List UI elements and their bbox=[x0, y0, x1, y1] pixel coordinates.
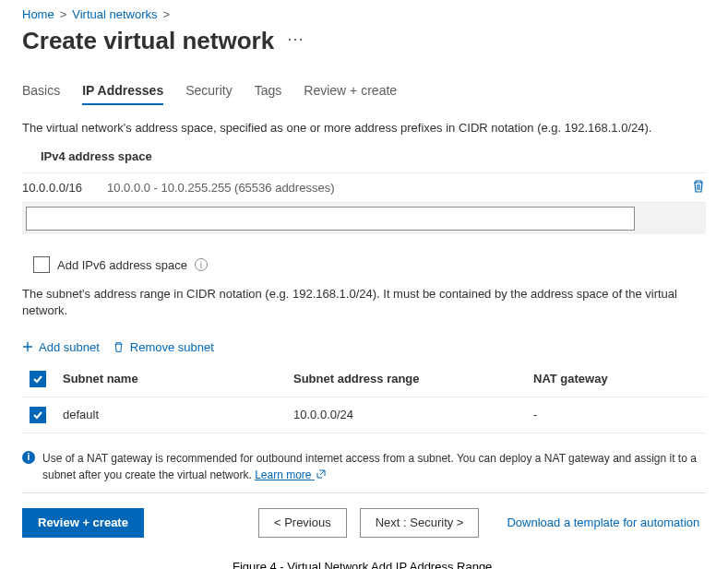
tab-ip-addresses[interactable]: IP Addresses bbox=[82, 83, 163, 105]
figure-caption: Figure 4 - Virtual Network Add IP Addres… bbox=[22, 560, 706, 569]
page-title: Create virtual network bbox=[22, 27, 274, 55]
select-all-checkbox[interactable] bbox=[30, 371, 46, 387]
tab-basics[interactable]: Basics bbox=[22, 83, 60, 105]
col-nat-gateway: NAT gateway bbox=[526, 362, 706, 397]
footer: Review + create < Previous Next : Securi… bbox=[22, 508, 706, 538]
col-subnet-range: Subnet address range bbox=[286, 362, 526, 397]
breadcrumb-sep: > bbox=[163, 7, 171, 21]
info-banner-text: Use of a NAT gateway is recommended for … bbox=[42, 452, 697, 481]
next-button[interactable]: Next : Security > bbox=[360, 508, 480, 538]
table-row[interactable]: default 10.0.0.0/24 - bbox=[22, 397, 706, 433]
ipv4-address-row: 10.0.0.0/16 10.0.0.0 - 10.0.255.255 (655… bbox=[22, 172, 706, 203]
remove-subnet-label: Remove subnet bbox=[130, 340, 214, 354]
subnet-name-cell: default bbox=[55, 397, 286, 433]
external-link-icon bbox=[316, 469, 326, 479]
breadcrumb-sep: > bbox=[60, 7, 67, 21]
remove-subnet-button[interactable]: Remove subnet bbox=[113, 340, 214, 354]
divider bbox=[22, 492, 706, 493]
svg-text:i: i bbox=[28, 452, 30, 462]
tab-security[interactable]: Security bbox=[185, 83, 233, 105]
info-banner: i Use of a NAT gateway is recommended fo… bbox=[22, 450, 706, 483]
more-menu-button[interactable]: ⋯ bbox=[287, 29, 304, 54]
ipv4-cidr-value: 10.0.0.0/16 bbox=[22, 181, 107, 195]
breadcrumb: Home > Virtual networks > bbox=[22, 7, 706, 21]
row-checkbox[interactable] bbox=[30, 407, 46, 423]
trash-icon bbox=[113, 341, 125, 353]
info-icon[interactable]: i bbox=[195, 258, 208, 271]
intro-text: The virtual network's address space, spe… bbox=[22, 120, 706, 136]
ipv4-new-range-input[interactable] bbox=[26, 207, 635, 231]
ipv6-checkbox[interactable] bbox=[33, 256, 50, 273]
ipv4-range-value: 10.0.0.0 - 10.0.255.255 (65536 addresses… bbox=[107, 181, 676, 195]
subnet-range-cell: 10.0.0.0/24 bbox=[286, 397, 526, 433]
add-subnet-label: Add subnet bbox=[39, 340, 100, 354]
tabs: Basics IP Addresses Security Tags Review… bbox=[22, 83, 706, 105]
breadcrumb-virtual-networks[interactable]: Virtual networks bbox=[72, 7, 157, 21]
subnet-text: The subnet's address range in CIDR notat… bbox=[22, 286, 706, 319]
delete-icon[interactable] bbox=[691, 179, 706, 194]
subnet-table: Subnet name Subnet address range NAT gat… bbox=[22, 362, 706, 433]
tab-review-create[interactable]: Review + create bbox=[304, 83, 397, 105]
ipv6-label: Add IPv6 address space bbox=[57, 258, 187, 272]
plus-icon bbox=[22, 341, 33, 352]
previous-button[interactable]: < Previous bbox=[258, 508, 347, 538]
info-circle-icon: i bbox=[22, 451, 35, 464]
add-subnet-button[interactable]: Add subnet bbox=[22, 340, 100, 354]
ipv4-add-row bbox=[22, 203, 706, 234]
subnet-nat-cell: - bbox=[526, 397, 706, 433]
download-template-link[interactable]: Download a template for automation bbox=[507, 516, 699, 529]
ipv4-header: IPv4 address space bbox=[22, 149, 706, 163]
tab-tags[interactable]: Tags bbox=[255, 83, 282, 105]
col-subnet-name: Subnet name bbox=[55, 362, 286, 397]
review-create-button[interactable]: Review + create bbox=[22, 508, 144, 538]
learn-more-link[interactable]: Learn more bbox=[255, 468, 326, 481]
breadcrumb-home[interactable]: Home bbox=[22, 7, 54, 21]
